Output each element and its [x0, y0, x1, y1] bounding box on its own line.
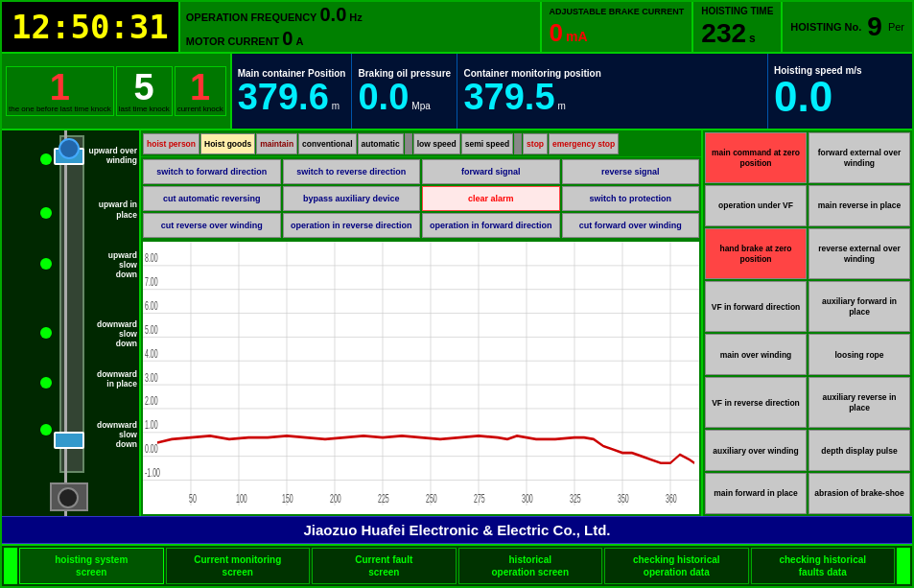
btn-forward-signal[interactable]: forward signal [422, 159, 560, 184]
motor-row: MOTOR CURRENT 0 A [186, 28, 534, 50]
ctrl-hoist-person[interactable]: hoist person [143, 133, 199, 154]
hoisting-time-value: 232 [701, 18, 746, 49]
svg-text:150: 150 [282, 491, 293, 505]
freq-label: OPERATION FREQUENCY [186, 12, 317, 23]
rpbtn-vf-reverse[interactable]: VF in reverse direction [705, 377, 807, 428]
rpbtn-main-forward-place[interactable]: main forward in place [705, 473, 807, 514]
hoisting-no-box: HOISTING No. 9 Per [783, 2, 912, 52]
ctrl-automatic[interactable]: automatic [358, 133, 404, 154]
rpbtn-hand-brake[interactable]: hand brake at zero position [705, 228, 807, 279]
rpbtn-aux-over-winding[interactable]: auxiliary over winding [705, 430, 807, 471]
hoisting-time-unit: s [749, 32, 756, 45]
svg-text:2.00: 2.00 [145, 394, 158, 408]
svg-text:325: 325 [570, 491, 581, 505]
rpbtn-main-command[interactable]: main command at zero position [705, 132, 807, 183]
btn-cut-reverse-overwinding[interactable]: cut reverse over winding [143, 213, 281, 238]
hoisting-no-label: HOISTING No. [790, 21, 861, 33]
ctrl-low-speed[interactable]: low speed [413, 133, 460, 154]
operation-box: OPERATION FREQUENCY 0.0 Hz MOTOR CURRENT… [178, 2, 542, 52]
rpbtn-vf-forward[interactable]: VF in forward direction [705, 281, 807, 332]
btn-switch-reverse[interactable]: switch to reverse direction [283, 159, 421, 184]
label-downward-slow-down-1: downwardslowdown [97, 319, 137, 349]
ctrl-hoist-goods[interactable]: Hoist goods [200, 133, 255, 154]
brake-box: ADJUSTABLE BRAKE CURRENT 0 mA [542, 2, 694, 52]
rpbtn-abrasion-brake[interactable]: abrasion of brake-shoe [809, 473, 910, 514]
btn-bypass-auxiliary[interactable]: bypass auxiliary device [283, 186, 421, 211]
company-strip: Jiaozuo Huafei Electronic & Electric Co.… [2, 516, 912, 544]
svg-text:3.00: 3.00 [145, 370, 158, 384]
btn-op-forward-dir[interactable]: operation in forward direction [422, 213, 560, 238]
ctrl-stop[interactable]: stop [523, 133, 548, 154]
cmp-unit: m [558, 101, 566, 111]
chart-area: 8.00 7.00 6.00 5.00 4.00 3.00 2.00 1.00 … [143, 242, 699, 514]
motor-label: MOTOR CURRENT [186, 35, 280, 47]
svg-text:275: 275 [474, 491, 485, 505]
label-upward-slow-down: upwardslowdown [108, 250, 137, 280]
current-knock-value: 1 [190, 69, 210, 106]
knocks-section: 1 the one before last time knock 5 last … [2, 54, 232, 129]
middle-section: hoist person Hoist goods maintain conven… [141, 130, 701, 516]
brake-row: ADJUSTABLE BRAKE CURRENT [550, 7, 685, 16]
rpbtn-aux-forward-place[interactable]: auxiliary forward in place [809, 281, 910, 332]
btn-cut-forward-overwinding[interactable]: cut forward over winding [562, 213, 700, 238]
footer-bar: hoisting systemscreen Current monitoring… [2, 544, 912, 586]
last-knock-box: 5 last time knock [116, 66, 173, 117]
brake-unit: mA [566, 29, 588, 44]
ctrl-maintain[interactable]: maintain [256, 133, 297, 154]
rpbtn-loosing-rope[interactable]: loosing rope [809, 334, 910, 375]
data-row: 1 the one before last time knock 5 last … [2, 54, 912, 130]
ctrl-emergency-stop[interactable]: emergency stop [549, 133, 619, 154]
ctrl-conventional[interactable]: conventional [298, 133, 356, 154]
braking-oil-box: Braking oil pressure 0.0 Mpa [352, 54, 457, 129]
shaft-pulley-top [59, 138, 80, 159]
rpbtn-operation-under-vf[interactable]: operation under VF [705, 185, 807, 226]
footer-tab-historical-operation[interactable]: historicaloperation screen [458, 548, 603, 584]
top-bar: 12:50:31 OPERATION FREQUENCY 0.0 Hz MOTO… [2, 2, 912, 54]
svg-text:6.00: 6.00 [145, 299, 158, 313]
svg-text:360: 360 [666, 491, 677, 505]
rpbtn-depth-display[interactable]: depth display pulse [809, 430, 910, 471]
btn-switch-forward[interactable]: switch to forward direction [143, 159, 281, 184]
hspd-value: 0.0 [774, 76, 906, 118]
rpbtn-main-over-winding[interactable]: main over winding [705, 334, 807, 375]
btn-clear-alarm[interactable]: clear alarm [422, 186, 560, 211]
last-knock-label: last time knock [119, 106, 170, 114]
hoisting-speed-box: Hoisting speed m/s 0.0 [768, 54, 912, 129]
shaft-base-circle [58, 487, 79, 508]
dot-downward-in-place [40, 377, 52, 388]
btn-op-reverse-dir[interactable]: operation in reverse direction [283, 213, 421, 238]
clock-box: 12:50:31 [2, 2, 178, 52]
btn-reverse-signal[interactable]: reverse signal [562, 159, 700, 184]
rpbtn-forward-ext-over[interactable]: forward external over winding [809, 132, 910, 183]
shaft-cable [64, 130, 67, 516]
brake-val-row: 0 mA [550, 18, 685, 48]
svg-text:5.00: 5.00 [145, 323, 158, 337]
footer-tab-current-fault[interactable]: Current faultscreen [312, 548, 457, 584]
shaft-car-bottom [54, 432, 84, 449]
motor-unit: A [295, 35, 303, 47]
footer-tab-checking-historical[interactable]: checking historicaloperation data [604, 548, 749, 584]
rpbtn-aux-reverse-place[interactable]: auxiliary reverse in place [809, 377, 910, 428]
brake-label: ADJUSTABLE BRAKE CURRENT [550, 7, 685, 16]
ctrl-semi-speed[interactable]: semi speed [461, 133, 513, 154]
bop-value: 0.0 [358, 79, 409, 115]
footer-tab-hoisting[interactable]: hoisting systemscreen [19, 548, 164, 584]
dot-downward-slow-down-2 [40, 424, 52, 435]
btn-switch-protection[interactable]: switch to protection [562, 186, 700, 211]
main-content: upward overwinding upward inplace upward… [2, 130, 912, 516]
svg-text:300: 300 [522, 491, 533, 505]
svg-text:7.00: 7.00 [145, 275, 158, 289]
bop-unit: Mpa [411, 101, 430, 111]
rpbtn-main-reverse-place[interactable]: main reverse in place [809, 185, 910, 226]
label-upward-in-place: upward inplace [99, 200, 137, 219]
rpbtn-reverse-ext-over[interactable]: reverse external over winding [809, 228, 910, 279]
btn-cut-auto-reversing[interactable]: cut automatic reversing [143, 186, 281, 211]
clock-display: 12:50:31 [12, 8, 169, 46]
footer-tab-current-monitoring[interactable]: Current monitoringscreen [166, 548, 311, 584]
right-panel: main command at zero position forward ex… [701, 130, 912, 516]
svg-text:4.00: 4.00 [145, 347, 158, 361]
cmp-value: 379.5 [463, 79, 554, 115]
svg-text:100: 100 [236, 491, 247, 505]
footer-tab-checking-faults[interactable]: checking historicalfaults data [751, 548, 896, 584]
hoisting-time-box: HOISTING TIME 232 s [693, 2, 783, 52]
